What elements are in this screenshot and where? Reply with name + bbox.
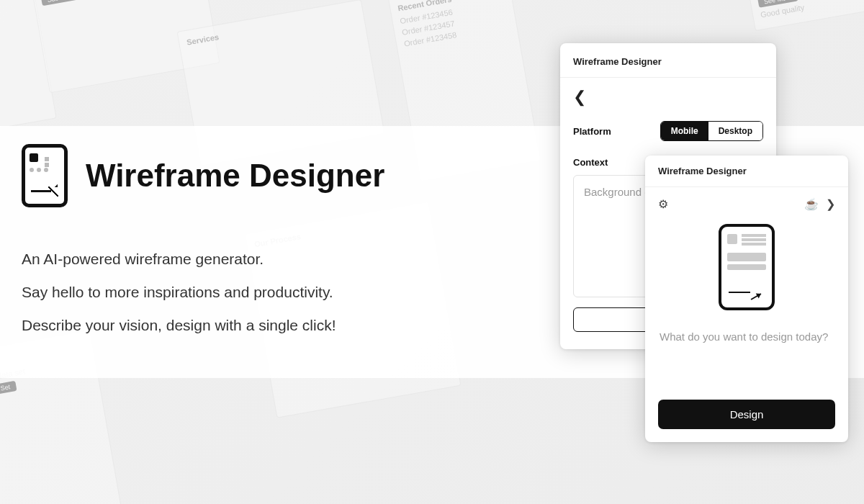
- platform-label: Platform: [573, 126, 611, 137]
- coffee-icon[interactable]: ☕: [804, 197, 819, 211]
- bg-text: Edit Data Set: [0, 381, 17, 400]
- platform-option-desktop[interactable]: Desktop: [708, 122, 762, 140]
- back-icon[interactable]: ❮: [573, 88, 586, 106]
- design-button[interactable]: Design: [658, 400, 835, 429]
- prompt-panel: Wireframe Designer ⚙ ☕ ❯ What do you wan…: [645, 156, 848, 442]
- panel-title: Wireframe Designer: [573, 56, 763, 67]
- platform-option-mobile[interactable]: Mobile: [661, 122, 708, 140]
- panel-title: Wireframe Designer: [658, 166, 835, 176]
- phone-preview-icon: [719, 224, 775, 310]
- prompt-textarea[interactable]: What do you want to design today?: [658, 328, 835, 400]
- app-logo-icon: [22, 144, 68, 207]
- platform-segmented-control: Mobile Desktop: [660, 121, 763, 141]
- gear-icon[interactable]: ⚙: [658, 197, 668, 211]
- chevron-right-icon[interactable]: ❯: [826, 197, 835, 211]
- hero-title: Wireframe Designer: [86, 158, 384, 194]
